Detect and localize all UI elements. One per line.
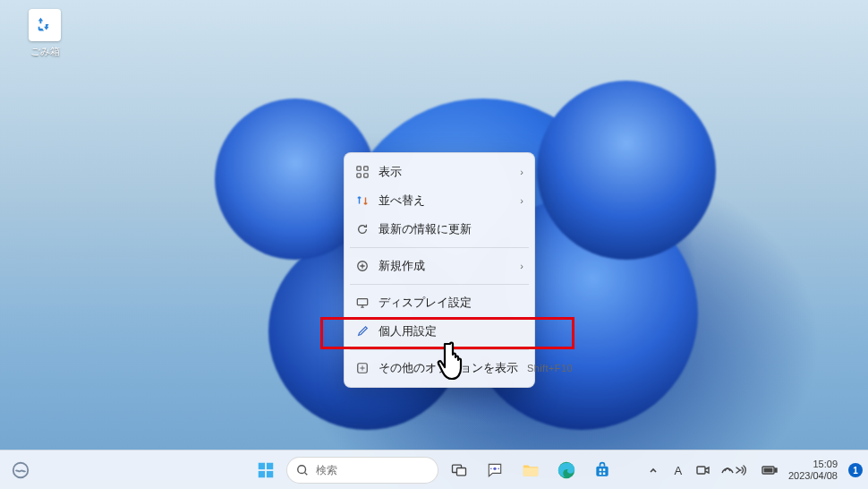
svg-rect-2: [357, 174, 361, 177]
menu-separator: [350, 349, 529, 350]
start-button[interactable]: [251, 455, 281, 485]
ime-mode-indicator[interactable]: A: [668, 458, 688, 483]
svg-point-17: [498, 468, 499, 469]
personalize-icon: [355, 324, 370, 339]
menu-item-label: 個人用設定: [379, 324, 523, 339]
svg-rect-18: [523, 468, 539, 476]
refresh-icon: [355, 222, 370, 236]
menu-item-more-options[interactable]: その他のオプションを表示 Shift+F10: [345, 354, 534, 382]
menu-item-label: その他のオプションを表示: [379, 361, 518, 376]
chevron-right-icon: ›: [520, 261, 523, 271]
system-tray: A 15:09 2023/04/08 1: [643, 450, 863, 489]
search-icon: [296, 464, 309, 476]
search-input[interactable]: [316, 464, 429, 476]
clock-date-label: 2023/04/08: [788, 470, 838, 482]
svg-point-16: [493, 467, 496, 469]
recycle-bin-icon: [29, 9, 61, 41]
menu-item-view[interactable]: 表示 ›: [345, 158, 534, 186]
menu-separator: [350, 284, 529, 285]
meet-now-icon[interactable]: [694, 458, 713, 483]
svg-rect-28: [763, 468, 772, 473]
svg-rect-20: [596, 466, 608, 476]
chat-button[interactable]: [480, 455, 510, 485]
menu-item-display-settings[interactable]: ディスプレイ設定: [345, 288, 534, 317]
task-view-button[interactable]: [444, 455, 474, 485]
display-icon: [355, 296, 370, 310]
taskbar-center: [251, 455, 617, 485]
svg-rect-8: [259, 462, 265, 468]
svg-rect-14: [457, 468, 466, 475]
svg-rect-23: [600, 472, 602, 475]
network-volume-button[interactable]: [719, 458, 754, 483]
edge-button[interactable]: [551, 455, 582, 485]
desktop-icon-recycle-bin[interactable]: ごみ箱: [18, 9, 72, 58]
svg-rect-24: [603, 472, 606, 475]
tray-overflow-button[interactable]: [643, 458, 663, 483]
clock-time: 15:09: [788, 459, 838, 470]
taskbar-search[interactable]: [286, 457, 438, 484]
ime-mode-label: A: [675, 464, 683, 477]
wallpaper-swirl: [537, 81, 716, 260]
recycle-bin-label: ごみ箱: [30, 45, 60, 58]
widgets-button[interactable]: [5, 450, 36, 489]
menu-item-label: 並べ替え: [379, 193, 511, 209]
svg-point-12: [298, 465, 306, 473]
svg-rect-21: [600, 468, 602, 471]
menu-item-refresh[interactable]: 最新の情報に更新: [345, 215, 534, 244]
more-options-icon: [355, 361, 370, 375]
svg-rect-9: [267, 462, 273, 468]
svg-rect-3: [364, 174, 368, 177]
menu-item-label: 新規作成: [379, 259, 511, 274]
new-icon: [355, 259, 370, 273]
file-explorer-button[interactable]: [515, 455, 546, 485]
menu-separator: [350, 247, 529, 248]
sort-icon: [355, 193, 370, 208]
taskbar: A 15:09 2023/04/08 1: [0, 450, 868, 489]
svg-point-15: [490, 468, 492, 469]
battery-icon[interactable]: [760, 458, 779, 483]
chevron-right-icon: ›: [520, 167, 523, 177]
menu-item-sort[interactable]: 並べ替え ›: [345, 186, 534, 215]
svg-rect-1: [364, 167, 368, 170]
svg-rect-11: [267, 470, 273, 476]
menu-item-label: ディスプレイ設定: [379, 296, 523, 311]
svg-rect-10: [259, 470, 265, 476]
desktop-context-menu: 表示 › 並べ替え › 最新の情報に更新 新規作成 ›: [344, 152, 535, 388]
clock-date[interactable]: 15:09 2023/04/08: [788, 459, 838, 481]
menu-item-label: 表示: [379, 165, 511, 180]
chevron-right-icon: ›: [520, 195, 523, 206]
svg-rect-22: [603, 468, 606, 471]
svg-rect-5: [357, 299, 367, 305]
svg-rect-27: [775, 468, 777, 472]
menu-item-personalize[interactable]: 個人用設定: [345, 317, 534, 346]
menu-item-shortcut: Shift+F10: [527, 363, 573, 373]
svg-rect-0: [357, 167, 361, 170]
svg-rect-25: [697, 467, 705, 474]
desktop-background[interactable]: ごみ箱 表示 › 並べ替え › 最新の情報に更新: [0, 0, 868, 489]
store-button[interactable]: [587, 455, 617, 485]
menu-item-label: 最新の情報に更新: [379, 222, 523, 237]
menu-item-new[interactable]: 新規作成 ›: [345, 252, 534, 280]
grid-icon: [355, 165, 370, 179]
notification-badge[interactable]: 1: [848, 463, 863, 477]
